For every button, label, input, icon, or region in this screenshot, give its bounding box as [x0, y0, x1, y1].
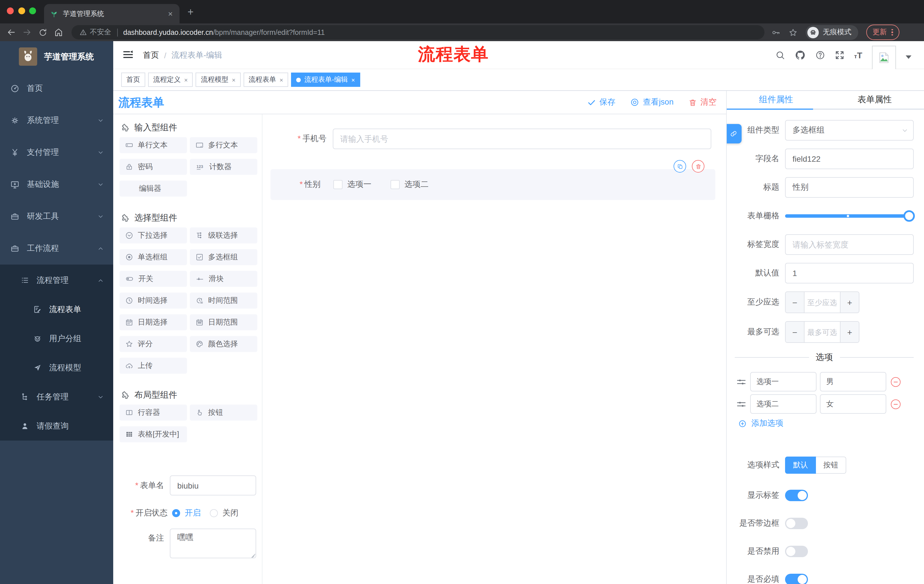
minus-button[interactable]: −	[785, 292, 805, 313]
style-default-button[interactable]: 默认	[785, 457, 816, 474]
component-button[interactable]: 按钮	[190, 405, 257, 421]
tab-component-props[interactable]: 组件属性	[727, 91, 825, 110]
slider-handle[interactable]	[903, 210, 915, 222]
show-label-toggle-on[interactable]	[785, 490, 808, 501]
component-cascader[interactable]: 级联选择	[190, 227, 257, 243]
component-editor[interactable]: 编辑器	[119, 181, 187, 197]
gender-option2-label[interactable]: 选项二	[404, 179, 429, 190]
sidebar-item-leave-query[interactable]: 请假查询	[0, 411, 113, 441]
component-time-picker[interactable]: 时间选择	[119, 293, 187, 309]
tag-home[interactable]: 首页	[121, 72, 145, 87]
sidebar-item-infra[interactable]: 基础设施	[0, 169, 113, 201]
component-time-range[interactable]: 时间范围	[190, 293, 257, 309]
resize-handle-icon[interactable]	[248, 550, 256, 558]
sidebar-item-payment[interactable]: 支付管理	[0, 137, 113, 169]
component-select[interactable]: 下拉选择	[119, 227, 187, 243]
avatar[interactable]	[872, 45, 896, 69]
component-type-value[interactable]	[785, 120, 914, 141]
component-slider[interactable]: 滑块	[190, 271, 257, 287]
font-size-icon[interactable]: тT	[854, 50, 862, 60]
label-width-input[interactable]	[785, 234, 914, 255]
gender-option1-label[interactable]: 选项一	[347, 179, 371, 190]
traffic-light-close[interactable]	[7, 7, 14, 14]
status-on-radio[interactable]: 开启	[172, 508, 201, 518]
minus-button[interactable]: −	[785, 322, 805, 342]
close-icon[interactable]: ×	[280, 76, 283, 83]
add-option-button[interactable]: 添加选项	[738, 418, 914, 429]
copy-widget-button[interactable]	[673, 160, 686, 173]
max-stepper-input[interactable]	[805, 322, 840, 342]
sidebar-item-home[interactable]: 首页	[0, 72, 113, 105]
phone-field-row[interactable]: *手机号	[262, 128, 715, 149]
form-name-input[interactable]	[170, 475, 256, 495]
sidebar-item-devtools[interactable]: 研发工具	[0, 201, 113, 233]
traffic-light-minimize[interactable]	[18, 7, 25, 14]
phone-input[interactable]	[333, 128, 711, 149]
sidebar-item-process-form[interactable]: 流程表单	[0, 295, 113, 324]
address-bar[interactable]: 不安全 dashboard.yudao.iocoder.cn/bpm/manag…	[71, 25, 764, 39]
component-row-container[interactable]: 行容器	[119, 405, 187, 421]
option2-value-input[interactable]	[820, 394, 886, 414]
style-button-button[interactable]: 按钮	[816, 457, 846, 474]
component-date-picker[interactable]: 日期选择	[119, 314, 187, 330]
sidebar-item-system[interactable]: 系统管理	[0, 105, 113, 137]
sidebar-item-process-model[interactable]: 流程模型	[0, 353, 113, 382]
component-checkbox-group[interactable]: 多选框组	[190, 249, 257, 265]
close-icon[interactable]: ×	[351, 76, 355, 83]
clear-button[interactable]: 清空	[688, 97, 716, 107]
tab-form-props[interactable]: 表单属性	[825, 91, 924, 110]
min-stepper-input[interactable]	[805, 292, 840, 313]
sidebar-logo[interactable]: 芋道管理系统	[0, 41, 113, 66]
checkbox-icon[interactable]	[333, 180, 343, 189]
component-rate[interactable]: 评分	[119, 336, 187, 352]
title-input[interactable]	[785, 177, 914, 198]
sidebar-item-workflow[interactable]: 工作流程	[0, 233, 113, 265]
slider-track[interactable]	[785, 214, 914, 218]
status-off-radio[interactable]: 关闭	[210, 508, 238, 518]
drag-handle-icon[interactable]	[736, 398, 747, 410]
forward-icon[interactable]	[22, 28, 32, 37]
field-name-input[interactable]	[785, 148, 914, 169]
disabled-toggle-off[interactable]	[785, 546, 808, 557]
browser-tab[interactable]: 芋道管理系统 ×	[44, 4, 180, 23]
component-radio-group[interactable]: 单选框组	[119, 249, 187, 265]
close-icon[interactable]: ×	[232, 76, 236, 83]
drag-handle-icon[interactable]	[736, 376, 747, 387]
insecure-badge[interactable]: 不安全	[79, 28, 111, 37]
caret-down-icon[interactable]	[906, 55, 911, 59]
close-icon[interactable]: ×	[184, 76, 188, 83]
key-icon[interactable]	[771, 28, 780, 37]
tag-process-definition[interactable]: 流程定义×	[148, 72, 193, 87]
sidebar-item-task-mgmt[interactable]: 任务管理	[0, 382, 113, 411]
traffic-light-zoom[interactable]	[29, 7, 36, 14]
component-switch[interactable]: 开关	[119, 271, 187, 287]
border-toggle-off[interactable]	[785, 518, 808, 529]
question-icon[interactable]	[815, 50, 825, 60]
browser-update-button[interactable]: 更新	[866, 25, 899, 40]
component-color-picker[interactable]: 颜色选择	[190, 336, 257, 352]
reload-icon[interactable]	[38, 28, 48, 37]
option1-value-input[interactable]	[820, 372, 886, 392]
form-grid-slider[interactable]	[785, 206, 914, 226]
new-tab-button[interactable]: +	[188, 7, 193, 17]
option2-label-input[interactable]	[750, 394, 817, 414]
component-counter[interactable]: 123计数器	[190, 159, 257, 175]
component-password[interactable]: 密码	[119, 159, 187, 175]
fullscreen-icon[interactable]	[835, 50, 845, 60]
tab-close-icon[interactable]: ×	[167, 10, 174, 18]
github-icon[interactable]	[795, 50, 806, 61]
remove-option-button[interactable]	[891, 399, 901, 409]
component-date-range[interactable]: 日期范围	[190, 314, 257, 330]
component-single-text[interactable]: 单行文本	[119, 137, 187, 153]
option1-label-input[interactable]	[750, 372, 817, 392]
gender-widget-selected[interactable]: *性别 选项一 选项二	[271, 169, 715, 200]
component-type-select[interactable]	[785, 120, 914, 141]
form-canvas[interactable]: *手机号 *性别 选项一 选项二	[262, 114, 726, 584]
save-button[interactable]: 保存	[587, 97, 615, 107]
sidebar-collapse-icon[interactable]	[122, 49, 134, 61]
back-icon[interactable]	[6, 28, 16, 37]
remark-textarea[interactable]: 嘿嘿	[170, 528, 256, 558]
bookmark-star-icon[interactable]	[789, 28, 798, 37]
link-tab-button[interactable]	[726, 124, 742, 143]
required-toggle-on[interactable]	[785, 574, 808, 584]
